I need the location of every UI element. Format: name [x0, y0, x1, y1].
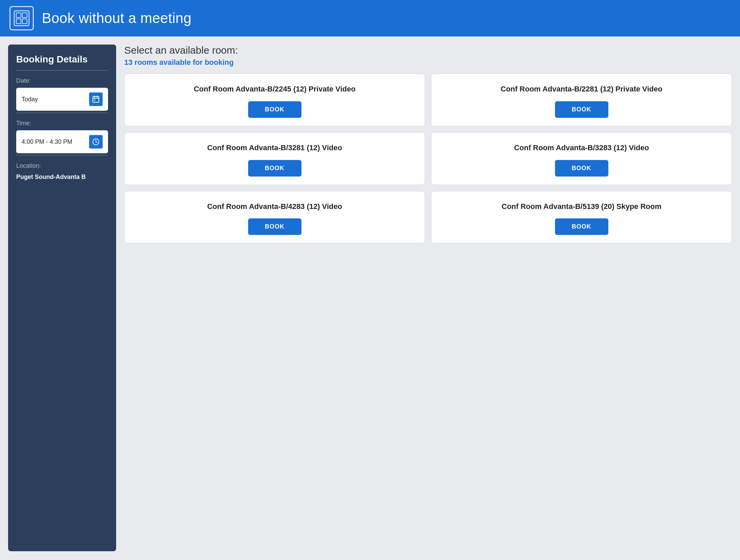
book-button-6[interactable]: BOOK	[555, 218, 608, 235]
room-card: Conf Room Advanta-B/3281 (12) VideoBOOK	[124, 132, 425, 185]
booking-details-sidebar: Booking Details Date: Time:	[8, 45, 116, 551]
room-name: Conf Room Advanta-B/2281 (12) Private Vi…	[501, 84, 662, 95]
time-input-wrapper[interactable]	[16, 130, 108, 153]
time-section: Time:	[16, 120, 108, 153]
svg-rect-1	[16, 13, 21, 18]
sidebar-divider-2	[16, 113, 108, 113]
date-label: Date:	[16, 77, 108, 84]
sidebar-title: Booking Details	[16, 54, 108, 65]
main-layout: Booking Details Date: Time:	[0, 36, 740, 559]
app-header: Book without a meeting	[0, 0, 740, 36]
location-section: Location: Puget Sound-Advanta B	[16, 162, 108, 181]
book-button-1[interactable]: BOOK	[248, 101, 301, 118]
room-name: Conf Room Advanta-B/4283 (12) Video	[207, 202, 342, 212]
room-card: Conf Room Advanta-B/5139 (20) Skype Room…	[431, 191, 732, 244]
svg-line-12	[96, 142, 97, 142]
book-button-2[interactable]: BOOK	[555, 101, 608, 118]
sidebar-divider-3	[16, 155, 108, 156]
page-title: Book without a meeting	[42, 10, 191, 26]
clock-icon-wrapper	[89, 135, 103, 149]
room-name: Conf Room Advanta-B/2245 (12) Private Vi…	[194, 84, 355, 95]
time-input[interactable]	[22, 138, 86, 145]
calendar-icon	[92, 95, 100, 103]
time-label: Time:	[16, 120, 108, 127]
app-logo-container	[9, 6, 34, 30]
date-section: Date:	[16, 77, 108, 111]
room-count-text: 13 rooms available for booking	[124, 58, 732, 67]
book-button-5[interactable]: BOOK	[248, 218, 301, 235]
calendar-icon-wrapper	[89, 92, 103, 106]
date-input-wrapper[interactable]	[16, 88, 108, 111]
room-name: Conf Room Advanta-B/3281 (12) Video	[207, 143, 342, 153]
sidebar-divider-1	[16, 70, 108, 71]
date-input[interactable]	[22, 96, 86, 103]
room-card: Conf Room Advanta-B/4283 (12) VideoBOOK	[124, 191, 425, 244]
room-grid: Conf Room Advanta-B/2245 (12) Private Vi…	[124, 74, 732, 243]
room-name: Conf Room Advanta-B/5139 (20) Skype Room	[502, 202, 662, 212]
room-section-title: Select an available room:	[124, 45, 732, 56]
svg-rect-3	[16, 19, 21, 24]
room-name: Conf Room Advanta-B/3283 (12) Video	[514, 143, 649, 153]
svg-rect-4	[22, 19, 27, 24]
clock-icon	[92, 138, 100, 146]
book-button-4[interactable]: BOOK	[555, 160, 608, 177]
room-card: Conf Room Advanta-B/2281 (12) Private Vi…	[431, 74, 732, 126]
location-label: Location:	[16, 162, 108, 169]
svg-rect-9	[94, 100, 95, 101]
room-card: Conf Room Advanta-B/3283 (12) VideoBOOK	[431, 132, 732, 185]
svg-rect-5	[93, 97, 99, 102]
room-selection-section: Select an available room: 13 rooms avail…	[124, 45, 732, 551]
book-button-3[interactable]: BOOK	[248, 160, 301, 177]
app-logo-icon	[13, 9, 30, 27]
room-card: Conf Room Advanta-B/2245 (12) Private Vi…	[124, 74, 425, 126]
svg-rect-2	[22, 13, 27, 18]
location-value: Puget Sound-Advanta B	[16, 173, 108, 181]
